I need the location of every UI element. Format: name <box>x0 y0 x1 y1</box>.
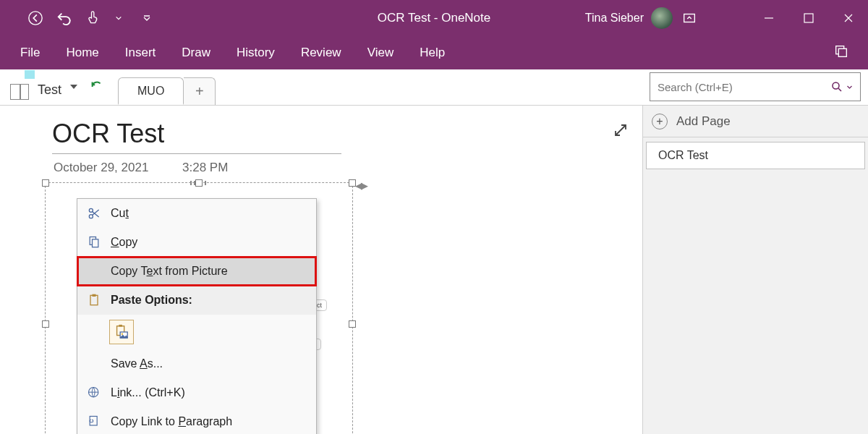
svg-rect-13 <box>119 325 122 327</box>
menu-review[interactable]: Review <box>301 46 341 60</box>
maximize-button[interactable] <box>788 0 828 36</box>
page-canvas[interactable]: OCR Test October 29, 2021 3:28 PM Impact… <box>0 106 642 434</box>
svg-rect-10 <box>90 295 98 305</box>
app-title: OCR Test - OneNote <box>378 11 491 25</box>
page-list: OCR Test <box>643 137 868 169</box>
user-block[interactable]: Tina Sieber <box>585 7 673 29</box>
plus-icon: + <box>195 83 204 100</box>
page-time[interactable]: 3:28 PM <box>182 161 228 175</box>
menu-history[interactable]: History <box>237 46 275 60</box>
resize-handle[interactable] <box>42 320 49 328</box>
close-button[interactable] <box>828 0 868 36</box>
ctx-label: Cut <box>111 207 316 220</box>
resize-handle[interactable] <box>349 320 356 328</box>
ribbon-display-options-icon[interactable] <box>673 0 705 36</box>
globe-link-icon <box>86 385 102 401</box>
page-date[interactable]: October 29, 2021 <box>54 161 148 175</box>
ctx-label: Link... (Ctrl+K) <box>111 386 316 399</box>
blank-icon <box>86 356 102 372</box>
menu-help[interactable]: Help <box>420 46 445 60</box>
ctx-label: Copy Text from Picture <box>111 265 316 278</box>
clipboard-icon <box>86 292 102 308</box>
plus-circle-icon: + <box>652 114 668 129</box>
paste-as-picture-button[interactable] <box>109 320 134 344</box>
notebook-icon[interactable] <box>10 75 33 100</box>
svg-rect-4 <box>838 48 846 56</box>
workspace: Test MUO + OCR Test October 29, 2021 3:2… <box>0 69 868 434</box>
search-icon[interactable] <box>830 80 853 93</box>
scissors-icon <box>86 205 102 221</box>
notebook-name[interactable]: Test <box>38 82 61 98</box>
menubar: File Home Insert Draw History Review Vie… <box>0 36 868 69</box>
ctx-paste-options-header: Paste Options: <box>77 286 316 315</box>
avatar[interactable] <box>651 7 673 29</box>
svg-rect-9 <box>93 239 98 247</box>
ctx-label: Save As... <box>111 357 316 370</box>
add-page-label: Add Page <box>676 114 731 129</box>
cascade-windows-icon[interactable] <box>833 43 849 62</box>
resize-handle[interactable] <box>42 179 49 187</box>
svg-rect-11 <box>93 294 96 297</box>
menu-file[interactable]: File <box>20 46 40 60</box>
svg-point-0 <box>29 12 42 25</box>
title-bar: OCR Test - OneNote Tina Sieber <box>0 0 868 36</box>
ctx-copy[interactable]: Copy <box>77 228 316 257</box>
ctx-copy-text-from-picture[interactable]: Copy Text from Picture <box>77 257 316 286</box>
sync-icon[interactable] <box>89 79 105 98</box>
undo-icon[interactable] <box>56 10 72 26</box>
ctx-copy-link-paragraph[interactable]: Copy Link to Paragraph <box>77 407 316 434</box>
page-panel: + Add Page OCR Test <box>642 106 868 434</box>
fullscreen-icon[interactable] <box>612 122 629 142</box>
user-name: Tina Sieber <box>585 12 644 25</box>
copy-icon <box>86 234 102 250</box>
section-tab-muo[interactable]: MUO <box>118 77 184 105</box>
page-title[interactable]: OCR Test <box>52 119 164 149</box>
svg-rect-1 <box>684 14 694 22</box>
ctx-label: Paste Options: <box>111 294 316 307</box>
add-page-button[interactable]: + Add Page <box>643 106 868 137</box>
resize-handle[interactable] <box>349 179 356 187</box>
menu-draw[interactable]: Draw <box>182 46 210 60</box>
search-box[interactable] <box>650 72 861 101</box>
title-underline <box>52 153 341 154</box>
menu-view[interactable]: View <box>367 46 394 60</box>
menu-insert[interactable]: Insert <box>125 46 156 60</box>
container-resize-icon[interactable]: ◀▶ <box>355 180 367 191</box>
ctx-paste-options-row <box>77 315 316 349</box>
back-icon[interactable] <box>27 10 43 26</box>
ctx-label: Copy <box>111 236 316 249</box>
blank-icon <box>86 263 102 279</box>
section-tab-label: MUO <box>137 85 164 98</box>
svg-rect-2 <box>804 14 813 22</box>
ctx-cut[interactable]: Cut <box>77 199 316 228</box>
context-menu: Cut Copy Copy Text from Picture Paste Op… <box>77 198 317 434</box>
ctx-label: Copy Link to Paragraph <box>111 415 316 428</box>
notebook-dropdown-icon[interactable] <box>69 82 79 95</box>
ctx-save-as[interactable]: Save As... <box>77 349 316 378</box>
touch-dropdown-icon[interactable] <box>114 10 123 26</box>
minimize-button[interactable] <box>749 0 788 36</box>
page-item-label: OCR Test <box>658 149 708 162</box>
page-link-icon <box>86 414 102 430</box>
quick-access-toolbar <box>0 10 155 26</box>
svg-point-5 <box>833 82 839 89</box>
customize-qat-icon[interactable] <box>139 10 155 26</box>
search-wrapper <box>647 72 864 104</box>
search-input[interactable] <box>658 81 830 93</box>
ctx-link[interactable]: Link... (Ctrl+K) <box>77 378 316 407</box>
menu-home[interactable]: Home <box>66 46 98 60</box>
add-section-button[interactable]: + <box>184 77 216 105</box>
touch-mode-icon[interactable] <box>85 10 101 26</box>
window-controls <box>749 0 868 36</box>
page-list-item[interactable]: OCR Test <box>646 142 865 169</box>
svg-point-15 <box>122 333 123 335</box>
resize-handle[interactable] <box>195 179 203 187</box>
